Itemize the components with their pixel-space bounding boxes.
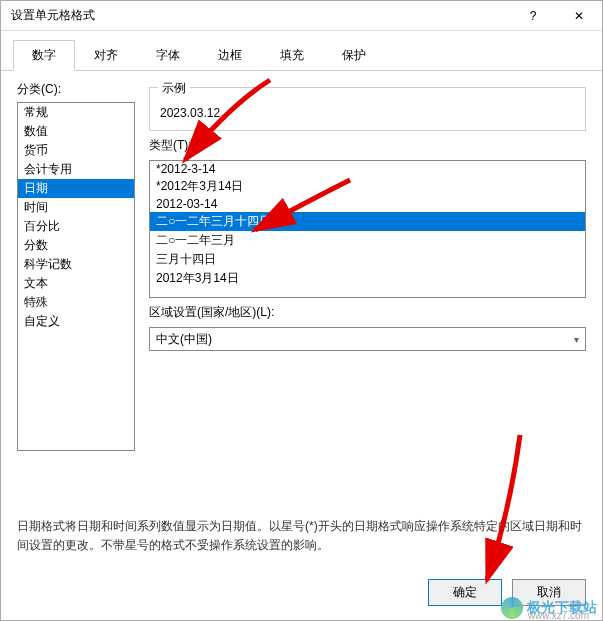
locale-label: 区域设置(国家/地区)(L): <box>149 304 586 321</box>
type-list[interactable]: *2012-3-14 *2012年3月14日 2012-03-14 二○一二年三… <box>149 160 586 298</box>
close-icon: ✕ <box>574 9 584 23</box>
help-button[interactable]: ? <box>510 1 556 30</box>
example-label: 示例 <box>158 80 190 97</box>
list-item[interactable]: 自定义 <box>18 312 134 331</box>
titlebar: 设置单元格格式 ? ✕ <box>1 1 602 31</box>
tab-border[interactable]: 边框 <box>199 40 261 71</box>
list-item[interactable]: 特殊 <box>18 293 134 312</box>
tab-fill[interactable]: 填充 <box>261 40 323 71</box>
tab-number[interactable]: 数字 <box>13 40 75 71</box>
cancel-button[interactable]: 取消 <box>512 579 586 606</box>
list-item[interactable]: 二○一二年三月十四日 <box>150 212 585 231</box>
category-column: 分类(C): 常规 数值 货币 会计专用 日期 时间 百分比 分数 科学记数 文… <box>17 81 135 451</box>
tab-strip: 数字 对齐 字体 边框 填充 保护 <box>1 31 602 71</box>
example-value: 2023.03.12 <box>160 106 575 120</box>
list-item[interactable]: 日期 <box>18 179 134 198</box>
detail-column: 示例 2023.03.12 类型(T): *2012-3-14 *2012年3月… <box>149 81 586 451</box>
footer: 确定 取消 <box>1 565 602 620</box>
content-area: 分类(C): 常规 数值 货币 会计专用 日期 时间 百分比 分数 科学记数 文… <box>1 71 602 507</box>
tab-alignment[interactable]: 对齐 <box>75 40 137 71</box>
ok-button[interactable]: 确定 <box>428 579 502 606</box>
list-item[interactable]: 分数 <box>18 236 134 255</box>
dialog-title: 设置单元格格式 <box>11 7 95 24</box>
locale-select[interactable]: 中文(中国) ▾ <box>149 327 586 351</box>
description-text: 日期格式将日期和时间系列数值显示为日期值。以星号(*)开头的日期格式响应操作系统… <box>1 507 602 565</box>
list-item[interactable]: 2012年3月14日 <box>150 269 585 288</box>
question-icon: ? <box>530 9 537 23</box>
list-item[interactable]: 三月十四日 <box>150 250 585 269</box>
list-item[interactable]: 2012-03-14 <box>150 196 585 212</box>
list-item[interactable]: 会计专用 <box>18 160 134 179</box>
list-item[interactable]: *2012年3月14日 <box>150 177 585 196</box>
type-label: 类型(T): <box>149 137 586 154</box>
list-item[interactable]: 二○一二年三月 <box>150 231 585 250</box>
list-item[interactable]: 货币 <box>18 141 134 160</box>
list-item[interactable]: 时间 <box>18 198 134 217</box>
list-item[interactable]: *2012-3-14 <box>150 161 585 177</box>
close-button[interactable]: ✕ <box>556 1 602 30</box>
tab-protect[interactable]: 保护 <box>323 40 385 71</box>
chevron-down-icon: ▾ <box>574 334 579 345</box>
list-item[interactable]: 文本 <box>18 274 134 293</box>
window-controls: ? ✕ <box>510 1 602 30</box>
format-cells-dialog: 设置单元格格式 ? ✕ 数字 对齐 字体 边框 填充 保护 分类(C): 常规 … <box>0 0 603 621</box>
category-label: 分类(C): <box>17 81 135 98</box>
list-item[interactable]: 科学记数 <box>18 255 134 274</box>
list-item[interactable]: 数值 <box>18 122 134 141</box>
list-item[interactable]: 常规 <box>18 103 134 122</box>
tab-font[interactable]: 字体 <box>137 40 199 71</box>
example-box: 示例 2023.03.12 <box>149 87 586 131</box>
list-item[interactable]: 百分比 <box>18 217 134 236</box>
category-list[interactable]: 常规 数值 货币 会计专用 日期 时间 百分比 分数 科学记数 文本 特殊 自定… <box>17 102 135 451</box>
locale-value: 中文(中国) <box>156 331 212 348</box>
